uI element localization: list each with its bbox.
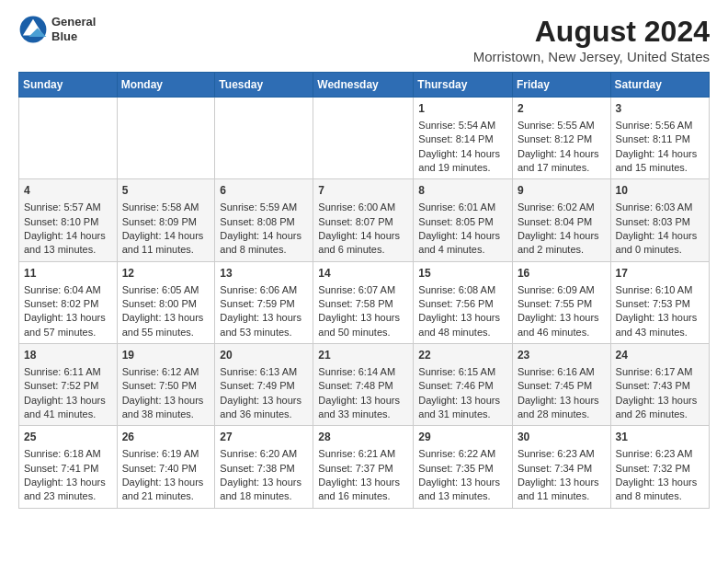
weekday-header-monday: Monday xyxy=(117,73,215,98)
day-info: Sunset: 7:53 PM xyxy=(616,297,704,311)
day-number: 25 xyxy=(24,430,112,445)
calendar-cell: 28Sunrise: 6:21 AMSunset: 7:37 PMDayligh… xyxy=(313,426,414,508)
day-info: Sunrise: 6:22 AM xyxy=(418,447,507,461)
day-info: Sunrise: 6:23 AM xyxy=(616,447,704,461)
day-info: Sunrise: 6:15 AM xyxy=(418,365,507,379)
calendar-cell: 20Sunrise: 6:13 AMSunset: 7:49 PMDayligh… xyxy=(215,344,313,426)
day-info: Sunrise: 6:23 AM xyxy=(518,447,606,461)
calendar-cell: 29Sunrise: 6:22 AMSunset: 7:35 PMDayligh… xyxy=(414,426,513,508)
day-number: 23 xyxy=(518,348,606,363)
day-info: and 11 minutes. xyxy=(518,489,606,503)
day-number: 31 xyxy=(616,430,704,445)
day-info: Sunrise: 6:12 AM xyxy=(122,365,210,379)
calendar-cell: 3Sunrise: 5:56 AMSunset: 8:11 PMDaylight… xyxy=(610,98,709,179)
day-info: Sunrise: 6:13 AM xyxy=(220,365,308,379)
day-info: Sunrise: 5:57 AM xyxy=(24,201,112,214)
day-info: Daylight: 13 hours xyxy=(122,394,210,408)
day-number: 10 xyxy=(616,183,704,199)
day-info: Daylight: 13 hours xyxy=(518,476,606,489)
day-number: 28 xyxy=(318,430,408,445)
day-info: Sunset: 7:32 PM xyxy=(616,462,704,476)
day-info: Sunrise: 6:04 AM xyxy=(24,283,112,297)
day-info: Sunrise: 5:59 AM xyxy=(220,201,308,214)
calendar-subtitle: Morristown, New Jersey, United States xyxy=(473,49,710,64)
day-number: 17 xyxy=(616,266,704,282)
day-info: and 38 minutes. xyxy=(122,408,210,421)
calendar-cell: 6Sunrise: 5:59 AMSunset: 8:08 PMDaylight… xyxy=(215,179,313,261)
day-info: Sunrise: 6:01 AM xyxy=(418,201,507,214)
day-info: Daylight: 13 hours xyxy=(220,476,308,489)
calendar-cell xyxy=(19,98,118,179)
day-info: Sunset: 8:03 PM xyxy=(616,215,704,229)
day-info: Sunrise: 6:20 AM xyxy=(220,447,308,461)
day-number: 5 xyxy=(122,183,210,199)
day-number: 18 xyxy=(24,348,112,363)
day-info: and 21 minutes. xyxy=(122,489,210,503)
weekday-header-tuesday: Tuesday xyxy=(215,73,313,98)
calendar-cell: 25Sunrise: 6:18 AMSunset: 7:41 PMDayligh… xyxy=(19,426,118,508)
day-info: Sunset: 7:41 PM xyxy=(24,462,112,476)
day-info: Sunset: 7:34 PM xyxy=(518,462,606,476)
calendar-cell: 13Sunrise: 6:06 AMSunset: 7:59 PMDayligh… xyxy=(215,261,313,343)
day-info: and 26 minutes. xyxy=(616,408,704,421)
calendar-cell: 30Sunrise: 6:23 AMSunset: 7:34 PMDayligh… xyxy=(512,426,610,508)
calendar-cell: 19Sunrise: 6:12 AMSunset: 7:50 PMDayligh… xyxy=(117,344,215,426)
day-info: Daylight: 14 hours xyxy=(418,229,507,243)
day-info: Sunset: 8:00 PM xyxy=(122,297,210,311)
day-info: Sunrise: 6:03 AM xyxy=(616,201,704,214)
calendar-cell: 9Sunrise: 6:02 AMSunset: 8:04 PMDaylight… xyxy=(512,179,610,261)
day-info: Daylight: 13 hours xyxy=(518,311,606,325)
calendar-cell: 5Sunrise: 5:58 AMSunset: 8:09 PMDaylight… xyxy=(117,179,215,261)
calendar-cell: 27Sunrise: 6:20 AMSunset: 7:38 PMDayligh… xyxy=(215,426,313,508)
day-info: Daylight: 13 hours xyxy=(418,476,507,489)
day-info: Daylight: 14 hours xyxy=(518,147,606,161)
day-number: 21 xyxy=(318,348,408,363)
day-info: Sunrise: 5:55 AM xyxy=(518,119,606,132)
day-info: Daylight: 13 hours xyxy=(418,394,507,408)
day-info: and 18 minutes. xyxy=(220,489,308,503)
day-number: 13 xyxy=(220,266,308,282)
day-info: and 16 minutes. xyxy=(318,489,408,503)
day-info: Daylight: 14 hours xyxy=(616,229,704,243)
day-info: Daylight: 13 hours xyxy=(220,394,308,408)
day-info: and 13 minutes. xyxy=(24,243,112,257)
logo: General Blue xyxy=(18,15,96,44)
calendar-week-3: 11Sunrise: 6:04 AMSunset: 8:02 PMDayligh… xyxy=(19,261,710,343)
day-info: Sunset: 7:49 PM xyxy=(220,379,308,393)
calendar-cell: 17Sunrise: 6:10 AMSunset: 7:53 PMDayligh… xyxy=(610,261,709,343)
day-info: Daylight: 13 hours xyxy=(122,311,210,325)
day-info: Daylight: 13 hours xyxy=(24,476,112,489)
day-info: Sunrise: 5:56 AM xyxy=(616,119,704,132)
day-info: and 15 minutes. xyxy=(616,161,704,175)
day-info: Sunrise: 6:19 AM xyxy=(122,447,210,461)
weekday-header-friday: Friday xyxy=(512,73,610,98)
day-number: 7 xyxy=(318,183,408,199)
weekday-header-row: SundayMondayTuesdayWednesdayThursdayFrid… xyxy=(19,73,710,98)
calendar-cell: 31Sunrise: 6:23 AMSunset: 7:32 PMDayligh… xyxy=(610,426,709,508)
day-info: and 17 minutes. xyxy=(518,161,606,175)
calendar-cell: 10Sunrise: 6:03 AMSunset: 8:03 PMDayligh… xyxy=(610,179,709,261)
day-info: Sunset: 8:02 PM xyxy=(24,297,112,311)
day-info: and 50 minutes. xyxy=(318,326,408,339)
day-number: 14 xyxy=(318,266,408,282)
day-info: Daylight: 13 hours xyxy=(518,394,606,408)
day-info: Sunrise: 6:11 AM xyxy=(24,365,112,379)
day-number: 29 xyxy=(418,430,507,445)
day-info: Sunrise: 6:14 AM xyxy=(318,365,408,379)
day-info: Sunset: 7:55 PM xyxy=(518,297,606,311)
day-info: Sunrise: 6:07 AM xyxy=(318,283,408,297)
day-info: Daylight: 13 hours xyxy=(24,394,112,408)
day-number: 12 xyxy=(122,266,210,282)
day-info: Daylight: 13 hours xyxy=(24,311,112,325)
day-number: 24 xyxy=(616,348,704,363)
day-info: and 23 minutes. xyxy=(24,489,112,503)
day-info: and 13 minutes. xyxy=(418,489,507,503)
day-info: Daylight: 13 hours xyxy=(220,311,308,325)
calendar-cell: 12Sunrise: 6:05 AMSunset: 8:00 PMDayligh… xyxy=(117,261,215,343)
day-info: Sunset: 8:07 PM xyxy=(318,215,408,229)
calendar-cell: 22Sunrise: 6:15 AMSunset: 7:46 PMDayligh… xyxy=(414,344,513,426)
day-info: Sunset: 7:38 PM xyxy=(220,462,308,476)
day-info: Daylight: 13 hours xyxy=(616,311,704,325)
day-info: Sunset: 8:08 PM xyxy=(220,215,308,229)
day-info: and 33 minutes. xyxy=(318,408,408,421)
